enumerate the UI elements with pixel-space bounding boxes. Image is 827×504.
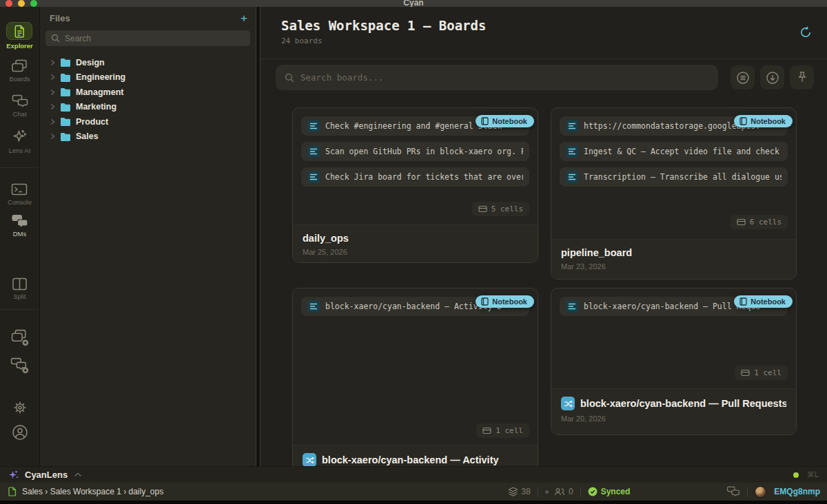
- boards-icon: [11, 59, 28, 73]
- sidebar-item-console[interactable]: Console: [8, 182, 32, 206]
- boards-toolbar: [261, 59, 827, 90]
- folder-row-engineering[interactable]: Engineering: [40, 70, 256, 85]
- board-date: Mar 20, 2026: [561, 414, 786, 423]
- board-title: daily_ops: [303, 233, 528, 244]
- cell-icon: [482, 427, 491, 434]
- download-button[interactable]: [760, 65, 784, 90]
- card-preview: Notebook https://commondatastorage.googl…: [551, 108, 796, 239]
- folder-row-design[interactable]: Design: [40, 55, 256, 70]
- board-date: Mar 23, 2026: [561, 262, 786, 271]
- board-count: 24 boards: [281, 36, 827, 45]
- chevron-right-icon: [50, 59, 55, 66]
- status-dot: [793, 472, 799, 478]
- book-icon: [481, 297, 489, 306]
- board-card-pull-requests[interactable]: Notebook block-xaero/cyan-backend — Pull…: [551, 288, 797, 435]
- search-icon: [51, 34, 60, 43]
- sidebar-item-lens-ai[interactable]: Lens AI: [9, 127, 31, 154]
- book-icon: [739, 297, 747, 306]
- filter-button[interactable]: [731, 65, 755, 90]
- add-board-button[interactable]: [10, 329, 29, 346]
- folder-row-managment[interactable]: Managment: [40, 85, 256, 100]
- sidebar-item-boards[interactable]: Boards: [9, 59, 30, 83]
- card-preview: Notebook Check #engineering and #general…: [293, 108, 538, 224]
- zoom-window-button[interactable]: [30, 0, 37, 7]
- shuffle-icon: [561, 397, 575, 410]
- text-cell-icon: [566, 120, 578, 132]
- card-footer: pipeline_board Mar 23, 2026: [551, 239, 796, 279]
- close-window-button[interactable]: [6, 0, 12, 7]
- main-content: Sales Workspace 1 — Boards 24 boards: [261, 7, 827, 466]
- chevron-right-icon: [50, 133, 55, 140]
- cell-preview-row: Check Jira board for tickets that are ov…: [301, 167, 529, 187]
- add-file-button[interactable]: +: [241, 13, 247, 23]
- sidebar-item-label: Split: [13, 293, 25, 300]
- folder-icon: [60, 73, 71, 82]
- account-button[interactable]: [12, 424, 28, 441]
- main-header: Sales Workspace 1 — Boards 24 boards: [261, 7, 827, 59]
- cell-icon: [478, 205, 487, 213]
- chevron-right-icon: [50, 89, 55, 96]
- terminal-icon: [11, 182, 28, 196]
- sidebar-item-label: Explorer: [6, 42, 33, 50]
- folder-label: Design: [76, 58, 105, 67]
- board-title: block-xaero/cyan-backend — Pull Requests: [561, 397, 786, 410]
- settings-button[interactable]: [12, 400, 28, 415]
- board-card-daily-ops[interactable]: Notebook Check #engineering and #general…: [292, 107, 538, 263]
- card-preview: Notebook block-xaero/cyan-backend — Pull…: [551, 288, 796, 388]
- layers-counter: 38: [508, 487, 531, 496]
- chevron-right-icon: [50, 74, 55, 81]
- breadcrumb[interactable]: Sales › Sales Workspace 1 › daily_ops: [22, 487, 163, 496]
- pin-button[interactable]: [790, 65, 814, 90]
- window-title: Cyan: [0, 0, 827, 7]
- cell-icon: [741, 369, 750, 377]
- notebook-badge: Notebook: [734, 295, 793, 308]
- document-icon: [6, 22, 32, 40]
- files-search-input[interactable]: [65, 34, 245, 43]
- cell-icon: [737, 218, 746, 226]
- chevron-right-icon: [50, 103, 55, 110]
- board-title: block-xaero/cyan-backend — Activity: [303, 453, 528, 466]
- folder-icon: [60, 87, 71, 96]
- add-chat-button[interactable]: [10, 357, 29, 374]
- folder-row-marketing[interactable]: Marketing: [40, 100, 256, 115]
- people-counter: 0: [545, 487, 573, 496]
- user-chip[interactable]: EMQg8nmp: [755, 486, 820, 498]
- activity-bar: Explorer Boards Chat Lens AI: [0, 7, 40, 466]
- sidebar-item-split[interactable]: Split: [12, 277, 28, 300]
- panel-resize-gutter[interactable]: [256, 7, 261, 466]
- boards-grid: Notebook Check #engineering and #general…: [261, 97, 827, 466]
- sidebar-divider: [0, 167, 39, 168]
- sync-status: Synced: [588, 487, 631, 496]
- folder-label: Product: [76, 117, 108, 127]
- document-icon: [8, 487, 17, 496]
- minimize-window-button[interactable]: [18, 0, 25, 7]
- folder-row-sales[interactable]: Sales: [40, 129, 256, 145]
- text-cell-icon: [566, 145, 578, 158]
- notebook-badge: Notebook: [476, 115, 534, 127]
- folder-icon: [60, 58, 71, 67]
- dms-icon: [12, 214, 28, 228]
- board-card-activity[interactable]: Notebook block-xaero/cyan-backend — Acti…: [292, 288, 538, 466]
- boards-search[interactable]: [276, 65, 718, 90]
- notebook-badge: Notebook: [734, 115, 793, 127]
- folder-row-product[interactable]: Product: [40, 114, 256, 129]
- board-card-pipeline-board[interactable]: Notebook https://commondatastorage.googl…: [551, 107, 797, 280]
- folder-label: Engineering: [76, 72, 125, 82]
- cell-count-badge: 6 cells: [731, 215, 788, 229]
- sidebar-item-explorer[interactable]: Explorer: [6, 22, 33, 50]
- notebook-badge: Notebook: [476, 295, 534, 308]
- boards-search-input[interactable]: [300, 72, 709, 83]
- text-cell-icon: [566, 171, 578, 183]
- sidebar-item-dms[interactable]: DMs: [12, 214, 28, 238]
- cyanlens-bar[interactable]: CyanLens ⌘L: [0, 466, 827, 483]
- sidebar-item-label: Boards: [9, 75, 30, 83]
- chevron-right-icon: [50, 118, 55, 125]
- text-cell-icon: [307, 120, 320, 132]
- board-title: pipeline_board: [561, 247, 786, 258]
- files-search[interactable]: [45, 30, 250, 46]
- refresh-button[interactable]: [799, 26, 812, 39]
- comments-button[interactable]: [726, 486, 740, 497]
- sidebar-item-chat[interactable]: Chat: [12, 94, 28, 118]
- card-footer: daily_ops Mar 25, 2026: [293, 224, 538, 262]
- avatar: [755, 486, 766, 498]
